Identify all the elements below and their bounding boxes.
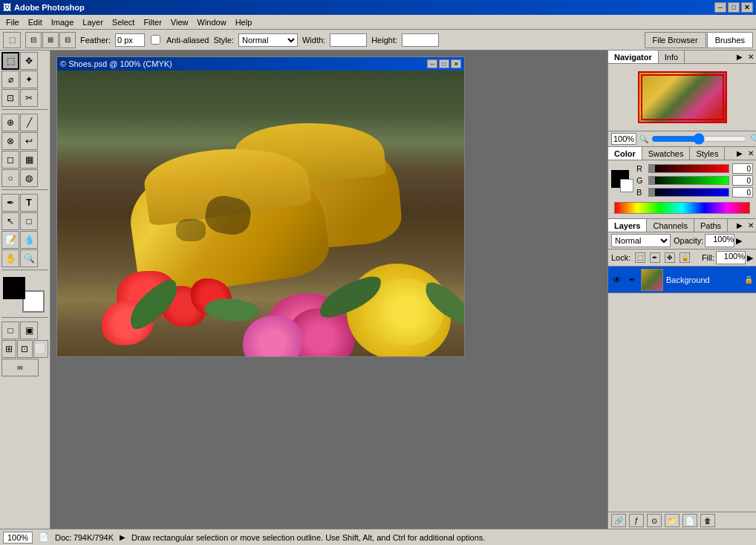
zoom-out-icon[interactable]: 🔍: [639, 135, 648, 143]
jump-to-imageready[interactable]: IR: [1, 359, 39, 376]
hand-tool[interactable]: ✋: [1, 249, 19, 267]
layers-panel-close[interactable]: ✕: [746, 221, 756, 231]
brush-tool[interactable]: ╱: [20, 114, 38, 131]
opacity-value[interactable]: 100%: [705, 234, 734, 247]
slice-tool[interactable]: ✂: [20, 89, 38, 107]
rect-select-btn[interactable]: ⬚: [3, 32, 21, 48]
minimize-button[interactable]: ─: [714, 2, 726, 13]
notes-tool[interactable]: 📝: [1, 231, 19, 249]
add-select-btn[interactable]: ⊟: [59, 32, 76, 48]
menu-help[interactable]: Help: [231, 16, 257, 28]
blur-tool[interactable]: ◍: [20, 169, 38, 187]
background-swatch[interactable]: [620, 179, 633, 192]
style-select[interactable]: Normal Fixed Aspect Ratio Fixed Size: [238, 33, 298, 47]
eraser-tool[interactable]: ◻: [1, 151, 19, 169]
pen-tool[interactable]: ✒: [1, 194, 19, 212]
doc-minimize-btn[interactable]: ─: [427, 59, 437, 68]
maximize-button[interactable]: □: [728, 2, 740, 13]
rectangle-tool[interactable]: □: [20, 212, 38, 230]
channels-tab[interactable]: Channels: [647, 219, 694, 232]
menu-view[interactable]: View: [166, 16, 193, 28]
zoom-in-icon[interactable]: 🔍: [750, 134, 756, 144]
move-tool[interactable]: ✥: [20, 52, 38, 70]
anti-alias-checkbox[interactable]: [151, 35, 160, 45]
layer-styles-btn[interactable]: ƒ: [629, 514, 644, 527]
type-tool[interactable]: T: [20, 194, 38, 212]
layers-panel-menu[interactable]: ▶: [734, 220, 746, 231]
feather-input[interactable]: [115, 33, 145, 47]
screen-mode-full-menu[interactable]: ⊡: [17, 340, 32, 358]
zoom-slider[interactable]: [651, 135, 747, 143]
lock-transparent-btn[interactable]: ⬚: [635, 252, 645, 263]
rectangular-marquee-tool[interactable]: ⬚: [1, 52, 19, 70]
delete-layer-btn[interactable]: 🗑: [700, 514, 715, 527]
color-panel-close[interactable]: ✕: [746, 149, 756, 159]
opacity-arrow[interactable]: ▶: [736, 236, 742, 246]
blue-value[interactable]: 0: [732, 187, 753, 198]
menu-window[interactable]: Window: [193, 16, 231, 28]
dodge-tool[interactable]: ○: [1, 169, 19, 187]
paths-tab[interactable]: Paths: [694, 219, 728, 232]
single-row-select-btn[interactable]: ⊟: [25, 32, 42, 48]
new-layer-btn[interactable]: 📄: [682, 514, 697, 527]
lock-position-btn[interactable]: ✥: [665, 252, 675, 263]
quick-mask-on[interactable]: ▣: [20, 322, 38, 339]
healing-brush-tool[interactable]: ⊕: [1, 114, 19, 131]
lock-all-btn[interactable]: 🔒: [680, 252, 690, 263]
fill-value[interactable]: 100%: [716, 251, 746, 264]
single-col-select-btn[interactable]: ⊞: [42, 32, 59, 48]
link-layers-btn[interactable]: 🔗: [611, 514, 626, 527]
brushes-tab[interactable]: Brushes: [707, 32, 753, 48]
height-input[interactable]: [402, 33, 439, 47]
swatches-tab[interactable]: Swatches: [642, 147, 691, 160]
background-layer[interactable]: 👁 ✒ Background 🔒: [608, 267, 756, 293]
navigator-panel-close[interactable]: ✕: [746, 52, 756, 62]
info-tab[interactable]: Info: [659, 50, 685, 63]
screen-mode-full[interactable]: ⬜: [33, 340, 48, 358]
width-input[interactable]: [330, 33, 367, 47]
clone-stamp-tool[interactable]: ⊗: [1, 132, 19, 150]
doc-restore-btn[interactable]: □: [439, 59, 449, 68]
gradient-tool[interactable]: ▦: [20, 151, 38, 169]
color-panel-menu[interactable]: ▶: [734, 148, 746, 159]
menu-image[interactable]: Image: [47, 16, 79, 28]
status-arrow[interactable]: ▶: [120, 533, 126, 541]
layers-tab[interactable]: Layers: [608, 219, 647, 232]
eyedropper-tool[interactable]: 💧: [20, 231, 38, 249]
red-value[interactable]: 0: [732, 163, 753, 174]
background-color[interactable]: [22, 290, 45, 313]
zoom-tool[interactable]: 🔍: [20, 249, 38, 267]
height-label: Height:: [371, 36, 397, 45]
navigator-panel-menu[interactable]: ▶: [734, 51, 746, 62]
status-zoom[interactable]: 100%: [3, 532, 33, 544]
lock-pixels-btn[interactable]: ✒: [650, 252, 660, 263]
close-button[interactable]: ✕: [741, 2, 753, 13]
quick-mask-off[interactable]: □: [1, 322, 19, 339]
crop-tool[interactable]: ⊡: [1, 89, 19, 107]
width-label: Width:: [302, 36, 325, 45]
zoom-display[interactable]: 100%: [611, 133, 636, 145]
menu-filter[interactable]: Filter: [139, 16, 166, 28]
magic-wand-tool[interactable]: ✦: [20, 71, 38, 88]
menu-select[interactable]: Select: [108, 16, 140, 28]
file-browser-tab[interactable]: File Browser: [645, 32, 706, 48]
history-brush-tool[interactable]: ↩: [20, 132, 38, 150]
menu-edit[interactable]: Edit: [24, 16, 47, 28]
foreground-color[interactable]: [3, 277, 25, 299]
path-selection-tool[interactable]: ↖: [1, 212, 19, 230]
navigator-tab[interactable]: Navigator: [608, 50, 659, 63]
green-value[interactable]: 0: [732, 175, 753, 186]
styles-tab[interactable]: Styles: [690, 147, 725, 160]
new-layer-group-btn[interactable]: 📁: [665, 514, 680, 527]
menu-layer[interactable]: Layer: [78, 16, 108, 28]
fill-arrow[interactable]: ▶: [747, 253, 753, 263]
layer-visibility-toggle[interactable]: 👁: [611, 274, 623, 286]
menu-file[interactable]: File: [1, 16, 24, 28]
blend-mode-select[interactable]: Normal Multiply Screen Overlay: [611, 234, 671, 247]
color-spectrum[interactable]: [614, 202, 750, 214]
lasso-tool[interactable]: ⌀: [1, 71, 19, 88]
layer-mask-btn[interactable]: ⊙: [647, 514, 662, 527]
color-tab[interactable]: Color: [608, 147, 642, 160]
doc-close-btn[interactable]: ✕: [451, 59, 461, 68]
screen-mode-standard[interactable]: ⊞: [1, 340, 16, 358]
